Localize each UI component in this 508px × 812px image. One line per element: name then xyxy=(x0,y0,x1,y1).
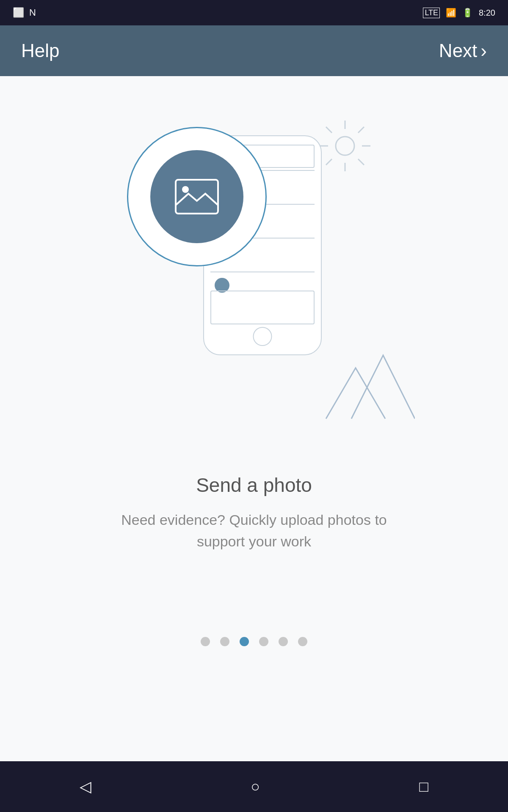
svg-point-2 xyxy=(336,137,354,155)
battery-icon: 🔋 xyxy=(462,8,473,18)
svg-line-7 xyxy=(326,127,332,133)
home-button[interactable]: ○ xyxy=(251,778,260,796)
phone-content-box xyxy=(210,291,315,324)
next-button[interactable]: Next › xyxy=(439,40,487,61)
illustration-area xyxy=(85,110,423,457)
phone-line-4 xyxy=(210,272,315,272)
dot-4[interactable] xyxy=(259,637,268,646)
send-photo-title: Send a photo xyxy=(106,474,402,497)
svg-rect-0 xyxy=(176,180,218,214)
signal-icon: 📶 xyxy=(446,8,456,18)
dot-2[interactable] xyxy=(220,637,229,646)
next-label: Next xyxy=(439,40,477,61)
dot-3-active[interactable] xyxy=(240,637,249,646)
svg-point-1 xyxy=(182,186,189,193)
app-icon-2: N xyxy=(29,7,36,18)
recent-apps-button[interactable]: □ xyxy=(419,778,428,796)
text-section: Send a photo Need evidence? Quickly uplo… xyxy=(106,474,402,552)
chevron-right-icon: › xyxy=(480,40,487,61)
svg-line-8 xyxy=(358,159,364,165)
icon-circle-outer xyxy=(127,127,267,266)
page-title: Help xyxy=(21,40,60,61)
phone-home-button xyxy=(253,327,272,346)
bottom-nav-bar: ◁ ○ □ xyxy=(0,761,508,812)
time-display: 8:20 xyxy=(479,8,495,18)
icon-circle-inner xyxy=(150,150,243,243)
status-bar-right: LTE 📶 🔋 8:20 xyxy=(423,8,495,18)
photo-icon xyxy=(174,178,220,216)
dot-5[interactable] xyxy=(279,637,288,646)
svg-line-10 xyxy=(326,159,332,165)
svg-line-9 xyxy=(358,127,364,133)
send-photo-description: Need evidence? Quickly upload photos to … xyxy=(106,509,402,552)
back-button[interactable]: ◁ xyxy=(80,778,91,796)
app-icon-1: ⬜ xyxy=(13,7,24,18)
dot-1[interactable] xyxy=(201,637,210,646)
main-content: Send a photo Need evidence? Quickly uplo… xyxy=(0,76,508,761)
pagination-dots xyxy=(201,637,307,646)
status-bar: ⬜ N LTE 📶 🔋 8:20 xyxy=(0,0,508,25)
dot-6[interactable] xyxy=(298,637,307,646)
status-bar-left: ⬜ N xyxy=(13,7,36,18)
sun-illustration xyxy=(318,118,373,173)
lte-icon: LTE xyxy=(423,8,440,18)
mountain-illustration xyxy=(318,343,415,423)
nav-bar: Help Next › xyxy=(0,25,508,76)
